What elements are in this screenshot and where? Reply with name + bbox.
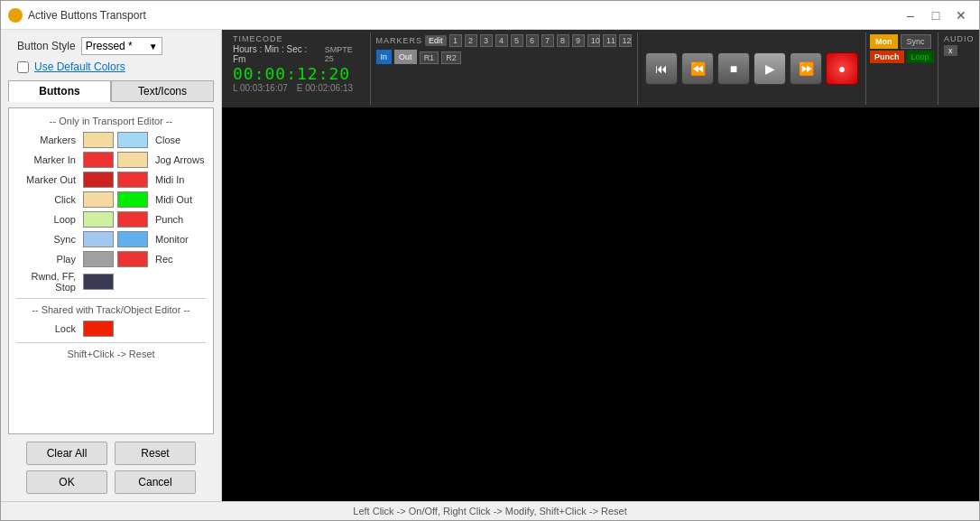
- marker-3-btn[interactable]: 3: [480, 34, 493, 47]
- color-row-rwnd: Rwnd, FF, Stop: [16, 271, 206, 293]
- rewind-to-start-button[interactable]: ⏮: [645, 52, 678, 85]
- markers-left-swatch[interactable]: [83, 132, 114, 148]
- marker-11-btn[interactable]: 11: [603, 34, 615, 47]
- section-only-label: -- Only in Transport Editor --: [16, 116, 206, 126]
- marker-out-right-swatch[interactable]: [117, 172, 148, 188]
- out-button[interactable]: Out: [394, 50, 417, 64]
- button-style-label: Button Style: [17, 40, 76, 52]
- tab-buttons[interactable]: Buttons: [8, 80, 111, 102]
- use-default-label[interactable]: Use Default Colors: [34, 60, 125, 73]
- lock-swatch[interactable]: [83, 321, 114, 337]
- button-style-row: Button Style Pressed * ▼: [8, 37, 214, 55]
- sync-button[interactable]: Sync: [901, 34, 931, 49]
- play-left-swatch[interactable]: [83, 251, 114, 267]
- marker-5-btn[interactable]: 5: [511, 34, 523, 47]
- punch-loop-row: Punch Loop: [870, 51, 934, 63]
- mon-sync-section: Mon Sync Punch Loop: [866, 33, 938, 105]
- window-controls: – □ ✕: [900, 5, 972, 26]
- ok-button[interactable]: OK: [26, 470, 107, 494]
- reset-button[interactable]: Reset: [115, 442, 196, 465]
- marker-4-btn[interactable]: 4: [495, 34, 508, 47]
- marker-9-btn[interactable]: 9: [572, 34, 585, 47]
- smpte-label: SMPTE 25: [325, 45, 363, 63]
- loc-time: L 00:03:16:07: [233, 83, 288, 93]
- color-row-marker-in: Marker In Jog Arrows: [16, 152, 206, 168]
- color-row-loop: Loop Punch: [16, 211, 206, 228]
- rwnd-swatch[interactable]: [83, 274, 114, 290]
- divider: [16, 298, 206, 299]
- stop-button[interactable]: ■: [717, 52, 750, 85]
- bottom-row-1: Clear All Reset: [8, 442, 214, 465]
- loop-left-swatch[interactable]: [83, 211, 114, 228]
- loop-button[interactable]: Loop: [907, 51, 934, 63]
- app-icon: [8, 8, 23, 23]
- audio-label: AUDIO: [944, 34, 979, 43]
- markers-right-swatch[interactable]: [117, 132, 148, 148]
- minimize-button[interactable]: –: [900, 5, 921, 26]
- marker-in-right-swatch[interactable]: [117, 152, 148, 168]
- color-row-markers: Markers Close: [16, 132, 206, 148]
- markers-section: MARKERS Edit 1 2 3 4 5 6 7 8 9 10 11 12: [371, 33, 638, 105]
- sync-right-swatch[interactable]: [117, 231, 148, 247]
- r1-button[interactable]: R1: [420, 51, 439, 64]
- dropdown-arrow-icon: ▼: [149, 42, 158, 51]
- maximize-button[interactable]: □: [925, 5, 947, 26]
- marker-8-btn[interactable]: 8: [557, 34, 569, 47]
- timecode-section: TIMECODE Hours : Min : Sec : Fm SMPTE 25…: [226, 33, 371, 105]
- bottom-row-2: OK Cancel: [8, 470, 214, 494]
- sync-left-swatch[interactable]: [83, 231, 114, 247]
- mon-sync-row: Mon Sync: [870, 34, 934, 49]
- record-button[interactable]: ●: [826, 52, 858, 85]
- button-style-select[interactable]: Pressed * ▼: [81, 37, 162, 55]
- time-format: Hours : Min : Sec : Fm: [233, 44, 319, 64]
- r2-button[interactable]: R2: [441, 51, 461, 64]
- transport-controls: ⏮ ⏪ ■ ▶ ⏩ ●: [638, 33, 866, 105]
- edit-button[interactable]: Edit: [425, 35, 447, 46]
- right-panel: TIMECODE Hours : Min : Sec : Fm SMPTE 25…: [222, 30, 979, 501]
- color-row-marker-out: Marker Out Midi In: [16, 172, 206, 188]
- black-area: [222, 107, 979, 501]
- main-content: Button Style Pressed * ▼ Use Default Col…: [1, 30, 979, 501]
- close-button[interactable]: ✕: [950, 5, 972, 26]
- fast-forward-button[interactable]: ⏩: [790, 52, 822, 85]
- tabs-row: Buttons Text/Icons: [8, 80, 214, 102]
- color-grid: -- Only in Transport Editor -- Markers C…: [8, 107, 214, 434]
- click-right-swatch[interactable]: [117, 191, 148, 208]
- divider2: [16, 342, 206, 343]
- marker-6-btn[interactable]: 6: [526, 34, 539, 47]
- rewind-button[interactable]: ⏪: [681, 52, 714, 85]
- marker-in-left-swatch[interactable]: [83, 152, 114, 168]
- section-shared-label: -- Shared with Track/Object Editor --: [16, 304, 206, 315]
- r1r2-row: R1 R2: [420, 51, 461, 64]
- color-row-play: Play Rec: [16, 251, 206, 267]
- marker-2-btn[interactable]: 2: [465, 34, 477, 47]
- loop-right-swatch[interactable]: [117, 211, 148, 228]
- status-bar: Left Click -> On/Off, Right Click -> Mod…: [1, 501, 979, 520]
- bottom-buttons: Clear All Reset OK Cancel: [8, 442, 214, 494]
- markers-top: MARKERS Edit 1 2 3 4 5 6 7 8 9 10 11 12: [376, 34, 632, 47]
- color-row-sync: Sync Monitor: [16, 231, 206, 247]
- mon-button[interactable]: Mon: [870, 34, 898, 49]
- timecode-label: TIMECODE: [233, 34, 363, 43]
- cancel-button[interactable]: Cancel: [115, 470, 196, 494]
- audio-x-button[interactable]: x: [944, 45, 957, 56]
- click-left-swatch[interactable]: [83, 191, 114, 208]
- clear-all-button[interactable]: Clear All: [26, 442, 107, 465]
- marker-10-btn[interactable]: 10: [587, 34, 600, 47]
- marker-out-left-swatch[interactable]: [83, 172, 114, 188]
- marker-1-btn[interactable]: 1: [449, 34, 462, 47]
- use-default-checkbox[interactable]: [17, 61, 29, 73]
- marker-7-btn[interactable]: 7: [541, 34, 554, 47]
- shift-click-label: Shift+Click -> Reset: [16, 349, 206, 359]
- titlebar: Active Buttons Transport – □ ✕: [1, 1, 979, 30]
- status-text: Left Click -> On/Off, Right Click -> Mod…: [353, 506, 626, 516]
- play-button[interactable]: ▶: [753, 52, 786, 85]
- marker-12-btn[interactable]: 12: [619, 34, 632, 47]
- main-window: Active Buttons Transport – □ ✕ Button St…: [0, 0, 980, 521]
- play-right-swatch[interactable]: [117, 251, 148, 267]
- tab-text-icons[interactable]: Text/Icons: [111, 80, 214, 102]
- use-default-row: Use Default Colors: [8, 60, 214, 73]
- punch-button[interactable]: Punch: [870, 51, 904, 63]
- in-button[interactable]: In: [376, 50, 393, 64]
- transport-bar: TIMECODE Hours : Min : Sec : Fm SMPTE 25…: [222, 30, 979, 107]
